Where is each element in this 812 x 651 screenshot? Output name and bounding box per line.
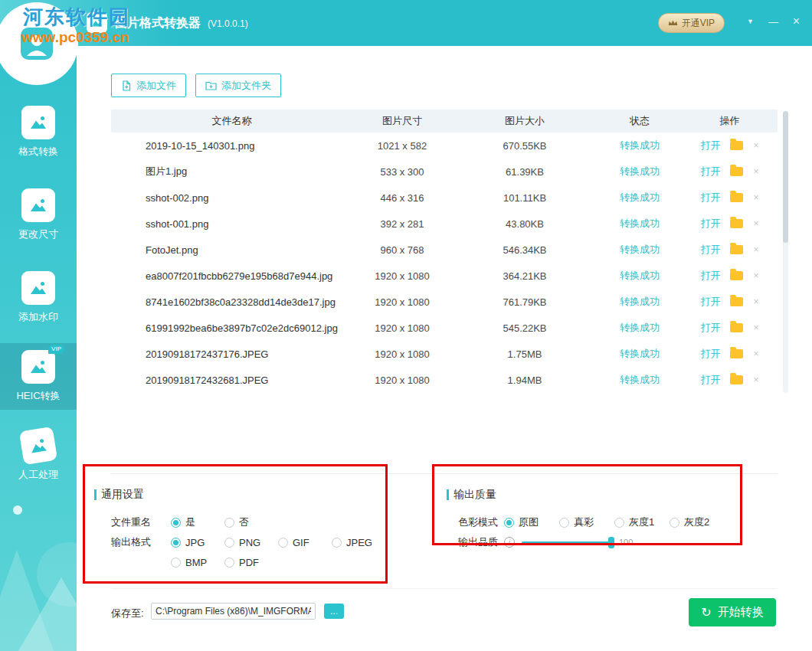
toolbar: 添加文件 添加文件夹 — [111, 74, 281, 97]
minimize-icon[interactable]: — — [767, 12, 780, 31]
refresh-icon: ↻ — [701, 607, 711, 619]
app-version: (V1.0.0.1) — [208, 18, 248, 29]
open-link[interactable]: 打开 — [700, 243, 720, 257]
folder-icon[interactable] — [730, 349, 743, 358]
folder-icon[interactable] — [730, 167, 743, 176]
remove-icon[interactable]: × — [753, 296, 758, 307]
radio-label: 灰度1 — [629, 515, 654, 529]
radio-format-png[interactable]: PNG — [224, 537, 278, 548]
folder-icon[interactable] — [730, 245, 743, 254]
folder-icon[interactable] — [730, 375, 743, 384]
radio-format-jpeg[interactable]: JPEG — [332, 537, 385, 548]
status-text: 转换成功 — [598, 243, 682, 257]
add-file-label: 添加文件 — [136, 79, 176, 93]
file-size: 43.80KB — [452, 218, 598, 230]
add-file-button[interactable]: 添加文件 — [111, 74, 186, 97]
section-divider — [111, 588, 778, 589]
folder-icon[interactable] — [730, 219, 743, 228]
remove-icon[interactable]: × — [753, 218, 758, 229]
radio-rename-no[interactable]: 否 — [224, 515, 278, 529]
file-size: 545.22KB — [452, 322, 598, 334]
radio-rename-yes[interactable]: 是 — [171, 515, 224, 529]
table-scrollbar[interactable] — [783, 111, 788, 393]
file-size: 761.79KB — [452, 296, 598, 308]
file-name: sshot-001.png — [111, 218, 352, 230]
open-link[interactable]: 打开 — [700, 269, 720, 283]
sidebar: 格式转换 更改尺寸 添加水印 VIP HEIC转换 人工处理 — [0, 46, 77, 651]
remove-icon[interactable]: × — [753, 244, 758, 255]
radio-color-truecolor[interactable]: 真彩 — [559, 515, 614, 529]
radio-format-bmp[interactable]: BMP — [171, 557, 224, 568]
remove-icon[interactable]: × — [753, 192, 758, 203]
output-quality-label: 输出品质 — [458, 535, 504, 549]
open-vip-button[interactable]: 开通VIP — [658, 13, 725, 33]
sidebar-item-watermark[interactable]: 添加水印 — [0, 271, 77, 324]
picture-icon — [19, 427, 57, 465]
table-header: 文件名称 图片尺寸 图片大小 状态 操作 — [111, 110, 778, 132]
menu-caret-icon[interactable]: ▼ — [744, 12, 757, 31]
open-link[interactable]: 打开 — [700, 165, 720, 178]
rename-label: 文件重名 — [111, 515, 171, 529]
vip-badge: VIP — [48, 345, 64, 354]
open-link[interactable]: 打开 — [700, 139, 720, 152]
open-link[interactable]: 打开 — [700, 321, 720, 335]
remove-icon[interactable]: × — [753, 348, 758, 359]
browse-button[interactable]: ... — [324, 604, 344, 619]
slider-handle[interactable] — [608, 537, 614, 548]
radio-dot — [171, 518, 181, 528]
add-folder-button[interactable]: 添加文件夹 — [195, 74, 281, 97]
table-row: 20190918172437176.JPEG 1920 x 1080 1.75M… — [111, 341, 778, 367]
folder-icon[interactable] — [730, 323, 743, 332]
header-status: 状态 — [598, 114, 682, 128]
picture-icon — [21, 188, 55, 222]
header-file-name: 文件名称 — [111, 114, 352, 128]
row-operations: 打开 × — [682, 321, 778, 335]
close-icon[interactable]: × — [790, 12, 803, 31]
row-operations: 打开 × — [682, 165, 778, 178]
open-link[interactable]: 打开 — [700, 373, 720, 387]
file-name: sshot-002.png — [111, 192, 352, 204]
sidebar-item-resize[interactable]: 更改尺寸 — [0, 188, 77, 241]
radio-dot — [224, 538, 234, 548]
folder-icon[interactable] — [730, 297, 743, 306]
folder-icon[interactable] — [730, 193, 743, 202]
sidebar-item-heic-convert[interactable]: VIP HEIC转换 — [0, 343, 77, 410]
remove-icon[interactable]: × — [753, 375, 758, 385]
picture-icon — [21, 106, 55, 139]
radio-label: BMP — [185, 557, 207, 568]
open-link[interactable]: 打开 — [700, 191, 720, 204]
save-path-input[interactable] — [151, 603, 316, 620]
open-link[interactable]: 打开 — [700, 347, 720, 361]
radio-format-jpg[interactable]: JPG — [171, 537, 224, 548]
sidebar-item-format-convert[interactable]: 格式转换 — [0, 106, 77, 159]
quality-slider[interactable] — [522, 541, 612, 544]
output-quality-panel: 输出质量 色彩模式 原图 真彩 灰度1 灰度2 输出品质 i 100 — [447, 489, 784, 548]
info-icon: i — [504, 537, 515, 548]
radio-color-gray2[interactable]: 灰度2 — [670, 515, 725, 529]
color-mode-row: 色彩模式 原图 真彩 灰度1 灰度2 — [458, 516, 784, 528]
sidebar-item-manual-process[interactable]: 人工处理 — [0, 429, 77, 482]
image-dimensions: 960 x 768 — [352, 244, 452, 256]
open-link[interactable]: 打开 — [700, 295, 720, 309]
header-operations: 操作 — [682, 114, 778, 128]
file-size: 546.34KB — [452, 244, 598, 256]
folder-icon[interactable] — [730, 271, 743, 280]
radio-color-original[interactable]: 原图 — [504, 515, 559, 529]
start-convert-button[interactable]: ↻ 开始转换 — [689, 598, 776, 626]
folder-icon[interactable] — [730, 141, 743, 150]
file-size: 1.94MB — [452, 375, 598, 386]
remove-icon[interactable]: × — [753, 270, 758, 281]
scrollbar-thumb[interactable] — [783, 111, 788, 243]
table-row: FotoJet.png 960 x 768 546.34KB 转换成功 打开 × — [111, 237, 778, 263]
radio-format-pdf[interactable]: PDF — [224, 557, 278, 568]
radio-dot — [171, 538, 181, 548]
open-vip-label: 开通VIP — [682, 17, 715, 30]
format-row-2: BMP PDF — [171, 556, 431, 568]
remove-icon[interactable]: × — [753, 166, 758, 177]
radio-format-gif[interactable]: GIF — [278, 537, 332, 548]
radio-color-gray1[interactable]: 灰度1 — [614, 515, 670, 529]
status-text: 转换成功 — [598, 139, 682, 152]
remove-icon[interactable]: × — [753, 322, 758, 333]
remove-icon[interactable]: × — [753, 140, 758, 151]
open-link[interactable]: 打开 — [700, 217, 720, 231]
